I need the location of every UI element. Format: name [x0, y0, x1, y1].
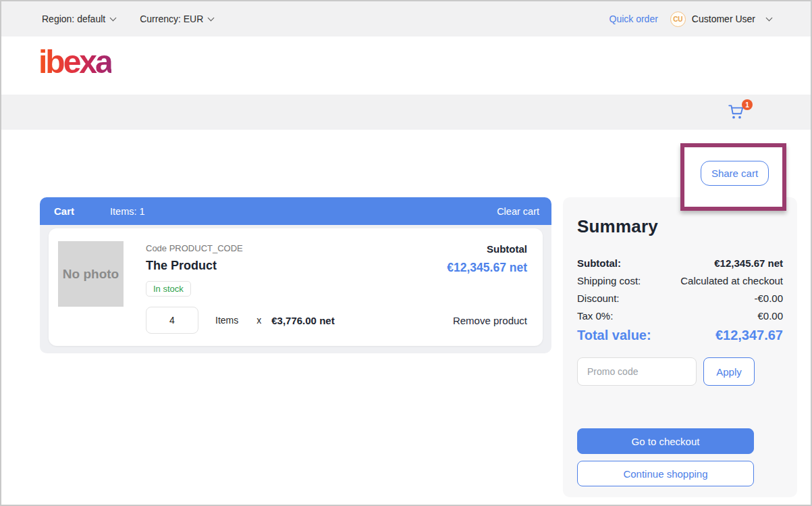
remove-product-link[interactable]: Remove product: [453, 315, 527, 326]
summary-label: Subtotal:: [577, 257, 621, 269]
cart-body: No photo Code PRODUCT_CODE The Product I…: [40, 225, 551, 353]
summary-title: Summary: [577, 216, 783, 237]
stock-badge: In stock: [146, 281, 191, 297]
top-bar: Region: default Currency: EUR Quick orde…: [1, 1, 811, 36]
user-menu[interactable]: CU Customer User: [670, 11, 772, 27]
summary-panel: Summary Subtotal: €12,345.67 net Shippin…: [563, 197, 797, 497]
product-code: Code PRODUCT_CODE: [146, 243, 243, 253]
share-cart-button[interactable]: Share cart: [701, 161, 769, 186]
region-label: Region: default: [42, 14, 105, 24]
chevron-down-icon: [208, 15, 215, 22]
summary-row-shipping: Shipping cost: Calculated at checkout: [577, 275, 783, 286]
promo-code-input[interactable]: [577, 357, 697, 386]
product-name[interactable]: The Product: [146, 259, 243, 273]
item-subtotal-label: Subtotal: [447, 243, 527, 255]
cart-button[interactable]: 1: [728, 103, 748, 124]
continue-shopping-button[interactable]: Continue shopping: [577, 461, 754, 486]
clear-cart-link[interactable]: Clear cart: [497, 206, 539, 217]
summary-row-subtotal: Subtotal: €12,345.67 net: [577, 257, 783, 269]
cart-widget: Cart Items: 1 Clear cart No photo Code P…: [40, 197, 551, 353]
share-cart-highlight-box: Share cart: [680, 143, 786, 211]
main-content: Summary Subtotal: €12,345.67 net Shippin…: [1, 130, 811, 505]
avatar: CU: [670, 11, 686, 27]
storefront-page: Region: default Currency: EUR Quick orde…: [0, 0, 812, 506]
summary-label: Discount:: [577, 293, 620, 304]
currency-dropdown[interactable]: Currency: EUR: [140, 14, 213, 24]
unit-price: €3,776.00 net: [271, 315, 334, 326]
nav-strip: 1: [1, 95, 811, 130]
multiply-symbol: x: [256, 315, 261, 326]
summary-row-total: Total value: €12,347.67: [577, 328, 783, 343]
chevron-down-icon: [766, 15, 773, 22]
item-subtotal-value: €12,345.67 net: [447, 261, 527, 275]
logo-bar: ibexa: [1, 36, 811, 95]
summary-value: €0.00: [757, 310, 783, 322]
user-name: Customer User: [692, 14, 755, 24]
quantity-unit-label: Items: [215, 315, 238, 326]
ibexa-logo[interactable]: ibexa: [38, 46, 111, 85]
cart-items-count: Items: 1: [110, 206, 145, 217]
apply-promo-button[interactable]: Apply: [703, 357, 755, 386]
summary-row-tax: Tax 0%: €0.00: [577, 310, 783, 322]
summary-value: -€0.00: [754, 293, 783, 304]
summary-value: Calculated at checkout: [680, 275, 783, 286]
summary-label: Tax 0%:: [577, 310, 613, 322]
cart-item-card: No photo Code PRODUCT_CODE The Product I…: [49, 228, 543, 346]
promo-code-row: Apply: [577, 357, 755, 386]
summary-row-discount: Discount: -€0.00: [577, 293, 783, 304]
cart-header: Cart Items: 1 Clear cart: [40, 197, 551, 225]
summary-label: Shipping cost:: [577, 275, 641, 286]
region-dropdown[interactable]: Region: default: [42, 14, 115, 24]
summary-value: €12,345.67 net: [714, 257, 783, 269]
cart-count-badge: 1: [742, 99, 753, 110]
quantity-input[interactable]: [146, 307, 198, 334]
total-label: Total value:: [577, 328, 651, 343]
go-to-checkout-button[interactable]: Go to checkout: [577, 428, 754, 454]
chevron-down-icon: [110, 15, 117, 22]
quick-order-link[interactable]: Quick order: [610, 14, 658, 24]
product-photo-placeholder: No photo: [58, 241, 124, 307]
total-value: €12,347.67: [715, 328, 783, 343]
currency-label: Currency: EUR: [140, 14, 203, 24]
cart-title: Cart: [54, 205, 74, 217]
